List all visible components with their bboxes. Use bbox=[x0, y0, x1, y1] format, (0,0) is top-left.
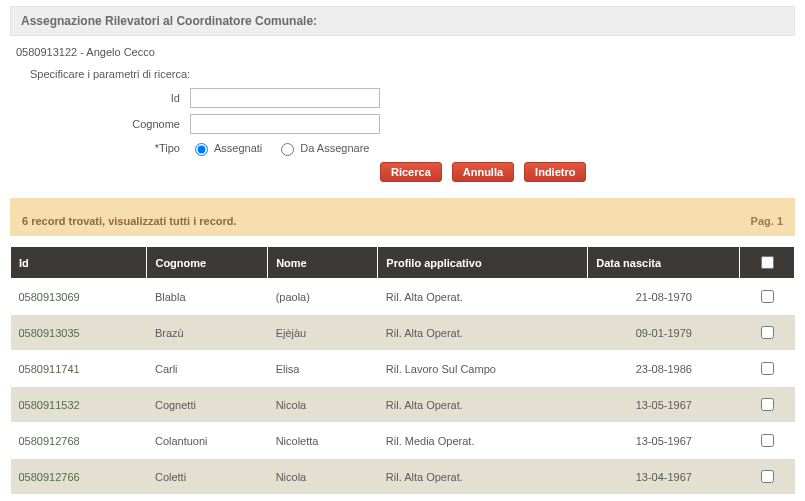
row-name: Ejèjàu bbox=[268, 315, 378, 351]
page-title: Assegnazione Rilevatori al Coordinatore … bbox=[10, 6, 795, 36]
row-id-link[interactable]: 0580913069 bbox=[19, 291, 80, 303]
row-name: Nicola bbox=[268, 387, 378, 423]
table-row: 0580911741CarliElisaRil. Lavoro Sul Camp… bbox=[11, 351, 795, 387]
row-birth: 13-05-1967 bbox=[588, 387, 740, 423]
row-surname: Brazù bbox=[147, 315, 268, 351]
surname-input[interactable] bbox=[190, 114, 380, 134]
search-button[interactable]: Ricerca bbox=[380, 162, 442, 182]
row-select-checkbox[interactable] bbox=[761, 326, 774, 339]
table-row: 0580911532CognettiNicolaRil. Alta Operat… bbox=[11, 387, 795, 423]
th-birth[interactable]: Data nascita bbox=[588, 247, 740, 279]
row-select-checkbox[interactable] bbox=[761, 398, 774, 411]
row-birth: 13-04-1967 bbox=[588, 459, 740, 495]
results-summary-text: 6 record trovati, visualizzati tutti i r… bbox=[22, 215, 237, 227]
radio-da-assegnare-label: Da Assegnare bbox=[300, 142, 369, 154]
table-row: 0580913035BrazùEjèjàuRil. Alta Operat.09… bbox=[11, 315, 795, 351]
label-type: *Tipo bbox=[30, 142, 190, 154]
row-profile: Ril. Alta Operat. bbox=[378, 459, 588, 495]
row-birth: 09-01-1979 bbox=[588, 315, 740, 351]
page-indicator: Pag. 1 bbox=[751, 207, 783, 227]
th-profile[interactable]: Profilo applicativo bbox=[378, 247, 588, 279]
label-id: Id bbox=[30, 92, 190, 104]
coordinator-line: 0580913122 - Angelo Cecco bbox=[10, 44, 795, 68]
table-row: 0580913069Blabla(paola)Ril. Alta Operat.… bbox=[11, 279, 795, 315]
row-profile: Ril. Media Operat. bbox=[378, 423, 588, 459]
row-select-checkbox[interactable] bbox=[761, 290, 774, 303]
row-select-checkbox[interactable] bbox=[761, 362, 774, 375]
search-form: Specificare i parametri di ricerca: Id C… bbox=[10, 68, 795, 156]
row-surname: Blabla bbox=[147, 279, 268, 315]
th-surname[interactable]: Cognome bbox=[147, 247, 268, 279]
row-birth: 23-08-1986 bbox=[588, 351, 740, 387]
radio-assegnati[interactable] bbox=[195, 143, 208, 156]
action-buttons: Ricerca Annulla Indietro bbox=[10, 162, 795, 182]
row-birth: 21-08-1970 bbox=[588, 279, 740, 315]
row-birth: 13-05-1967 bbox=[588, 423, 740, 459]
results-summary-bar: 6 record trovati, visualizzati tutti i r… bbox=[10, 198, 795, 236]
id-input[interactable] bbox=[190, 88, 380, 108]
row-name: (paola) bbox=[268, 279, 378, 315]
th-name[interactable]: Nome bbox=[268, 247, 378, 279]
th-id[interactable]: Id bbox=[11, 247, 147, 279]
row-id-link[interactable]: 0580913035 bbox=[19, 327, 80, 339]
row-profile: Ril. Lavoro Sul Campo bbox=[378, 351, 588, 387]
results-table: Id Cognome Nome Profilo applicativo Data… bbox=[10, 246, 795, 495]
back-button[interactable]: Indietro bbox=[524, 162, 586, 182]
row-surname: Carli bbox=[147, 351, 268, 387]
search-instruction: Specificare i parametri di ricerca: bbox=[30, 68, 795, 80]
table-row: 0580912768ColantuoniNicolettaRil. Media … bbox=[11, 423, 795, 459]
radio-assegnati-label: Assegnati bbox=[214, 142, 262, 154]
label-surname: Cognome bbox=[30, 118, 190, 130]
row-id-link[interactable]: 0580911741 bbox=[19, 363, 80, 375]
row-profile: Ril. Alta Operat. bbox=[378, 279, 588, 315]
row-surname: Cognetti bbox=[147, 387, 268, 423]
row-name: Nicola bbox=[268, 459, 378, 495]
radio-da-assegnare[interactable] bbox=[281, 143, 294, 156]
row-select-checkbox[interactable] bbox=[761, 470, 774, 483]
row-profile: Ril. Alta Operat. bbox=[378, 315, 588, 351]
row-name: Elisa bbox=[268, 351, 378, 387]
table-header-row: Id Cognome Nome Profilo applicativo Data… bbox=[11, 247, 795, 279]
row-id-link[interactable]: 0580911532 bbox=[19, 399, 80, 411]
table-row: 0580912766ColettiNicolaRil. Alta Operat.… bbox=[11, 459, 795, 495]
cancel-button[interactable]: Annulla bbox=[452, 162, 514, 182]
row-surname: Colantuoni bbox=[147, 423, 268, 459]
type-radio-group: Assegnati Da Assegnare bbox=[190, 140, 379, 156]
th-select bbox=[740, 247, 795, 279]
select-all-checkbox[interactable] bbox=[761, 256, 774, 269]
row-surname: Coletti bbox=[147, 459, 268, 495]
row-profile: Ril. Alta Operat. bbox=[378, 387, 588, 423]
row-name: Nicoletta bbox=[268, 423, 378, 459]
row-id-link[interactable]: 0580912766 bbox=[19, 471, 80, 483]
row-id-link[interactable]: 0580912768 bbox=[19, 435, 80, 447]
row-select-checkbox[interactable] bbox=[761, 434, 774, 447]
